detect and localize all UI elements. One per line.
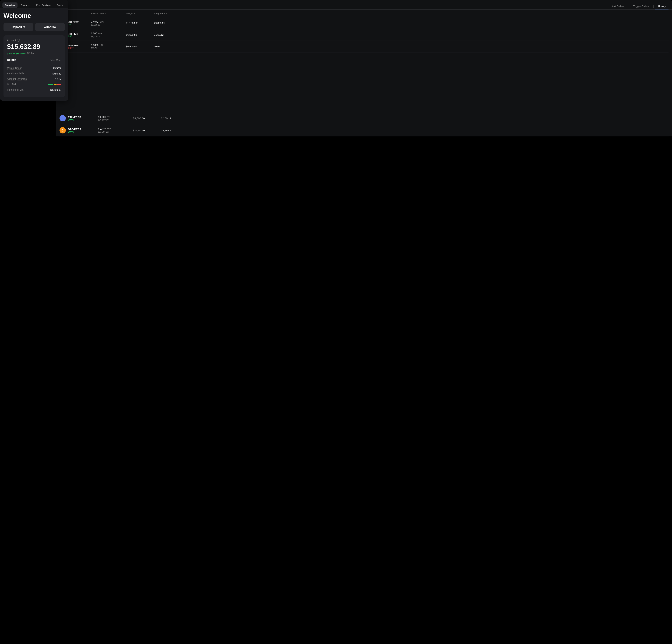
- liq-risk-bar: [48, 84, 61, 85]
- tab-trigger-orders[interactable]: Trigger Orders: [631, 3, 652, 10]
- pos-size: 0.4572 BTC $11,385.12: [98, 127, 130, 133]
- margin-usage-label: Margin Usage: [7, 66, 22, 70]
- sort-size-icon: ▼: [105, 12, 107, 14]
- deposit-button[interactable]: Deposit ▾: [3, 23, 33, 31]
- deposit-label: Deposit: [12, 26, 22, 29]
- position-row: ₿ BTC-PERP LONG 0.4572 BTC $11,385.12 $1…: [60, 124, 669, 136]
- funds-available-value: $750.50: [52, 72, 61, 75]
- detail-funds-available: Funds Available $750.50: [7, 72, 61, 75]
- pos-name: ETH-PERP: [68, 116, 81, 119]
- pos-name: BTC-PERP: [68, 128, 81, 131]
- tab-overview[interactable]: Overview: [2, 2, 17, 8]
- size-col: 0.0000 UNI $35.52: [91, 44, 122, 49]
- account-leverage-value: 13.5x: [55, 78, 61, 81]
- pos-entry: 2,250.12: [161, 117, 185, 120]
- table-row: Ξ ETH-PERP LONG 1.000 ETH $6,500.00 $6,5…: [60, 29, 669, 41]
- withdraw-button[interactable]: Withdraw: [35, 23, 65, 31]
- tab-pools[interactable]: Pools: [55, 2, 65, 8]
- tab-orders[interactable]: Orders: [66, 2, 68, 8]
- col-header-entry[interactable]: Entry Price ▼: [154, 12, 179, 15]
- detail-account-leverage: Account Leverage 13.5x: [7, 77, 61, 81]
- tab-perp-positions[interactable]: Perp Positions: [34, 2, 53, 8]
- entry-col: 29,863.21: [154, 22, 179, 24]
- pos-size: 10.000 ETH $16,500.00: [98, 116, 130, 121]
- table-row: 🦄 UNI-PERP SHORT 0.0000 UNI $35.52 $6,50…: [60, 41, 669, 52]
- liq-risk-label: Liq. Risk: [7, 83, 16, 86]
- trading-tabs: Limit Orders | Trigger Orders | History: [56, 0, 672, 10]
- overview-card: Overview Balances Perp Positions Pools O…: [0, 0, 68, 101]
- details-title: Details: [7, 58, 16, 62]
- welcome-title: Welcome: [3, 12, 65, 20]
- margin-usage-value: 23.50%: [53, 67, 61, 70]
- pos-direction: LONG: [68, 119, 81, 121]
- deposit-chevron-icon: ▾: [23, 25, 25, 29]
- detail-liq-risk: Liq. Risk: [7, 83, 61, 86]
- pos-market: Ξ ETH-PERP LONG: [60, 115, 95, 121]
- liq-bar-red: [57, 84, 61, 85]
- details-header: Details View More: [7, 58, 61, 62]
- tab-balances[interactable]: Balances: [19, 2, 33, 8]
- sort-margin-icon: ▼: [134, 12, 135, 14]
- funds-until-liq-value: $1,500.00: [50, 88, 61, 91]
- table-row: ₿ BTC-PERP LONG 0.4572 BTC $1,385.12 $16…: [60, 17, 669, 29]
- pos-direction: LONG: [68, 131, 81, 133]
- account-section: Account i $15,632.89 ↑ $0.24 (0.79%) 7D …: [3, 35, 65, 97]
- pnl-label: 7D PnL: [27, 52, 35, 55]
- market-name: BTC-PERP: [67, 21, 80, 23]
- col-header-size[interactable]: Position Size ▼: [91, 12, 122, 15]
- liq-bar-yellow: [54, 84, 57, 85]
- market-name: ETH-PERP: [67, 32, 79, 35]
- market-direction: LONG: [67, 23, 80, 26]
- detail-margin-usage: Margin Usage 23.50%: [7, 66, 61, 70]
- account-value: $15,632.89: [7, 43, 61, 50]
- pos-market: ₿ BTC-PERP LONG: [60, 127, 95, 133]
- pos-entry: 29,863.21: [161, 129, 185, 132]
- entry-col: 2,250.12: [154, 33, 179, 36]
- sort-entry-icon: ▼: [166, 12, 168, 14]
- view-more-link[interactable]: View More: [51, 59, 61, 61]
- tab-limit-orders[interactable]: Limit Orders: [608, 3, 627, 10]
- card-body: Welcome Deposit ▾ Withdraw Account i $15…: [0, 8, 68, 101]
- detail-funds-until-liq: Funds until Liq. $1,500.00: [7, 88, 61, 91]
- entry-col: 70.69: [154, 45, 179, 48]
- action-buttons: Deposit ▾ Withdraw: [3, 23, 65, 31]
- account-leverage-label: Account Leverage: [7, 77, 27, 81]
- funds-available-label: Funds Available: [7, 72, 24, 75]
- position-row: Ξ ETH-PERP LONG 10.000 ETH $16,500.00 $6…: [60, 112, 669, 124]
- tab-divider-1: |: [628, 4, 630, 9]
- pos-icon: Ξ: [60, 115, 66, 121]
- pnl-row: ↑ $0.24 (0.79%) 7D PnL: [7, 52, 61, 55]
- margin-col: $16,500.00: [126, 22, 151, 24]
- margin-col: $6,500.00: [126, 45, 151, 48]
- bottom-rows: Ξ ETH-PERP LONG 10.000 ETH $16,500.00 $6…: [60, 112, 669, 136]
- funds-until-liq-label: Funds until Liq.: [7, 88, 24, 91]
- size-col: 1.000 ETH $6,500.00: [91, 32, 122, 38]
- pos-icon: ₿: [60, 127, 66, 133]
- tab-divider-2: |: [652, 4, 655, 9]
- table-rows: ₿ BTC-PERP LONG 0.4572 BTC $1,385.12 $16…: [60, 17, 669, 52]
- account-info-icon[interactable]: i: [17, 39, 20, 41]
- nav-tabs: Overview Balances Perp Positions Pools O…: [0, 0, 68, 8]
- margin-col: $6,500.80: [126, 33, 151, 36]
- pos-margin: $16,500.00: [133, 129, 157, 132]
- account-label: Account i: [7, 39, 61, 41]
- table-header: Market Position Size ▼ Margin ▼ Entry Pr…: [60, 10, 669, 17]
- pos-margin: $6,500.80: [133, 117, 157, 120]
- col-header-margin[interactable]: Margin ▼: [126, 12, 151, 15]
- pnl-amount: ↑ $0.24 (0.79%): [7, 52, 26, 55]
- size-col: 0.4572 BTC $1,385.12: [91, 20, 122, 26]
- market-direction: SHORT: [67, 47, 79, 49]
- liq-bar-green: [48, 84, 53, 85]
- positions-table: Market Position Size ▼ Margin ▼ Entry Pr…: [56, 10, 672, 52]
- market-direction: LONG: [67, 35, 79, 37]
- bottom-positions-panel: Ξ ETH-PERP LONG 10.000 ETH $16,500.00 $6…: [56, 112, 672, 136]
- tab-history[interactable]: History: [655, 3, 669, 10]
- market-name: UNI-PERP: [67, 44, 79, 47]
